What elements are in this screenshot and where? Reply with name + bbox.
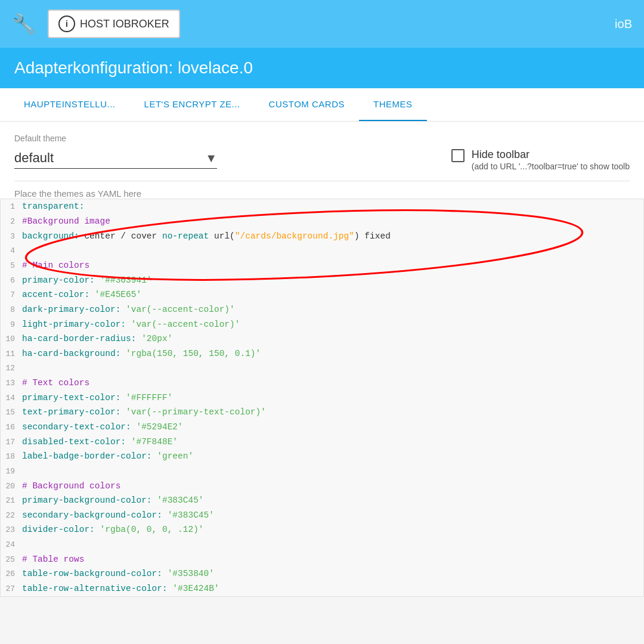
- line-number: 27: [1, 583, 22, 596]
- hide-toolbar-text-block: Hide toolbar (add to URL '...?toolbar=tr…: [472, 148, 630, 171]
- content-area: Default theme default ▼ Hide toolbar (ad…: [0, 122, 644, 199]
- code-token-key: transparent:: [22, 202, 84, 211]
- code-line-2: 2 #Background image: [1, 214, 643, 229]
- theme-dropdown[interactable]: default ▼: [14, 150, 217, 169]
- line-number: 9: [1, 318, 22, 332]
- code-line-7: 7 accent-color: '#E45E65': [1, 287, 643, 302]
- wrench-icon: 🔧: [12, 13, 36, 35]
- line-content: transparent:: [22, 199, 643, 214]
- line-content: # Text colors: [22, 376, 643, 391]
- code-token-str: 'rgba(150, 150, 150, 0.1)': [120, 349, 261, 358]
- code-line-16: 16 secondary-text-color: '#5294E2': [1, 420, 643, 435]
- code-line-10: 10 ha-card-border-radius: '20px': [1, 332, 643, 346]
- line-content: # Main colors: [22, 258, 643, 273]
- tab-custom-cards[interactable]: CUSTOM CARDS: [255, 88, 359, 121]
- divider: [14, 181, 630, 181]
- code-line-26: 26 table-row-background-color: '#353840': [1, 566, 643, 581]
- line-number: 1: [1, 200, 22, 213]
- code-line-8: 8 dark-primary-color: 'var(--accent-colo…: [1, 302, 643, 317]
- code-token-str: 'var(--accent-color)': [126, 320, 240, 329]
- line-number: 13: [1, 377, 22, 390]
- code-token-key: label-badge-border-color:: [22, 451, 152, 461]
- line-content: divider-color: 'rgba(0, 0, 0, .12)': [22, 522, 643, 537]
- code-line-20: 20 # Background colors: [1, 479, 643, 494]
- code-line-13: 13 # Text colors: [1, 376, 643, 391]
- hide-toolbar-label: Hide toolbar: [472, 148, 630, 162]
- code-line-18: 18 label-badge-border-color: 'green': [1, 449, 643, 464]
- code-token-key: secondary-background-color:: [22, 510, 162, 520]
- nav-right-text: ioB: [615, 17, 632, 31]
- line-number: 3: [1, 230, 22, 243]
- code-token-str: 'var(--primary-text-color)': [120, 407, 266, 417]
- line-content: [22, 243, 643, 258]
- code-line-15: 15 text-primary-color: 'var(--primary-te…: [1, 405, 643, 420]
- dropdown-arrow-icon: ▼: [205, 151, 217, 165]
- code-line-27: 27 table-row-alternative-color: '#3E424B…: [1, 581, 643, 596]
- tab-haupteinstellungen[interactable]: HAUPTEINSTELLU...: [10, 88, 130, 121]
- line-number: 4: [1, 244, 22, 258]
- line-content: #Background image: [22, 214, 643, 229]
- line-content: light-primary-color: 'var(--accent-color…: [22, 317, 643, 332]
- line-number: 16: [1, 421, 22, 434]
- code-line-4: 4: [1, 243, 643, 258]
- line-content: # Background colors: [22, 479, 643, 494]
- line-number: 6: [1, 274, 22, 287]
- code-token-str: '#383C45': [152, 496, 204, 505]
- line-number: 14: [1, 392, 22, 405]
- host-iobroker-button[interactable]: i HOST IOBROKER: [48, 10, 180, 38]
- top-nav: 🔧 i HOST IOBROKER ioB: [0, 0, 644, 48]
- code-token-key: text-primary-color:: [22, 407, 120, 417]
- code-token-comment: # Text colors: [22, 378, 89, 388]
- code-line-21: 21 primary-background-color: '#383C45': [1, 493, 643, 508]
- code-token-str: 'green': [152, 451, 194, 461]
- code-editor[interactable]: 1transparent:2 #Background image3 backgr…: [0, 199, 644, 596]
- code-token-url: "/cards/background.jpg": [235, 231, 354, 241]
- line-content: secondary-text-color: '#5294E2': [22, 420, 643, 435]
- hide-toolbar-checkbox[interactable]: [451, 149, 465, 162]
- code-token-key: table-row-alternative-color:: [22, 584, 168, 593]
- line-content: secondary-background-color: '#383C45': [22, 508, 643, 523]
- code-line-11: 11 ha-card-background: 'rgba(150, 150, 1…: [1, 346, 643, 361]
- code-token-key: primary-background-color:: [22, 496, 152, 505]
- code-token-key: no-repeat: [162, 231, 209, 241]
- code-token-str: '#3E424B': [168, 584, 219, 593]
- line-number: 15: [1, 406, 22, 419]
- line-number: 24: [1, 538, 22, 552]
- code-line-12: 12: [1, 361, 643, 376]
- line-number: 23: [1, 524, 22, 537]
- code-token-str: 'var(--accent-color)': [120, 305, 234, 314]
- line-content: [22, 464, 643, 479]
- yaml-label: Place the themes as YAML here: [14, 188, 630, 199]
- code-line-6: 6 primary-color: '##363941': [1, 273, 643, 288]
- line-number: 7: [1, 289, 22, 302]
- code-token-key: disabled-text-color:: [22, 437, 126, 447]
- code-line-19: 19: [1, 464, 643, 479]
- line-number: 12: [1, 362, 22, 375]
- default-theme-label: Default theme: [14, 134, 630, 143]
- tab-lets-encrypt[interactable]: LET'S ENCRYPT ZE...: [130, 88, 255, 121]
- code-token-key: divider-color:: [22, 525, 95, 534]
- line-content: label-badge-border-color: 'green': [22, 449, 643, 464]
- line-content: text-primary-color: 'var(--primary-text-…: [22, 405, 643, 420]
- line-content: accent-color: '#E45E65': [22, 287, 643, 302]
- code-token-str: '#E45E65': [89, 290, 141, 299]
- tabs-container: HAUPTEINSTELLU... LET'S ENCRYPT ZE... CU…: [0, 88, 644, 122]
- line-content: # Table rows: [22, 552, 643, 567]
- line-content: primary-background-color: '#383C45': [22, 493, 643, 508]
- code-token-key: secondary-text-color:: [22, 422, 131, 432]
- line-content: primary-text-color: '#FFFFFF': [22, 391, 643, 405]
- code-token-plain: ) fixed: [354, 231, 391, 241]
- code-line-24: 24: [1, 537, 643, 552]
- code-token-str: '#5294E2': [131, 422, 183, 432]
- line-content: disabled-text-color: '#7F848E': [22, 435, 643, 450]
- tab-themes[interactable]: THEMES: [359, 88, 427, 121]
- code-token-comment: # Background colors: [22, 481, 120, 491]
- line-content: ha-card-background: 'rgba(150, 150, 150,…: [22, 346, 643, 361]
- page-title-bar: Adapterkonfiguration: lovelace.0: [0, 48, 644, 88]
- line-content: [22, 537, 643, 552]
- code-token-key: dark-primary-color:: [22, 305, 120, 314]
- code-token-plain: center / cover: [79, 231, 162, 241]
- line-number: 5: [1, 259, 22, 273]
- line-number: 20: [1, 480, 22, 493]
- code-line-5: 5 # Main colors: [1, 258, 643, 273]
